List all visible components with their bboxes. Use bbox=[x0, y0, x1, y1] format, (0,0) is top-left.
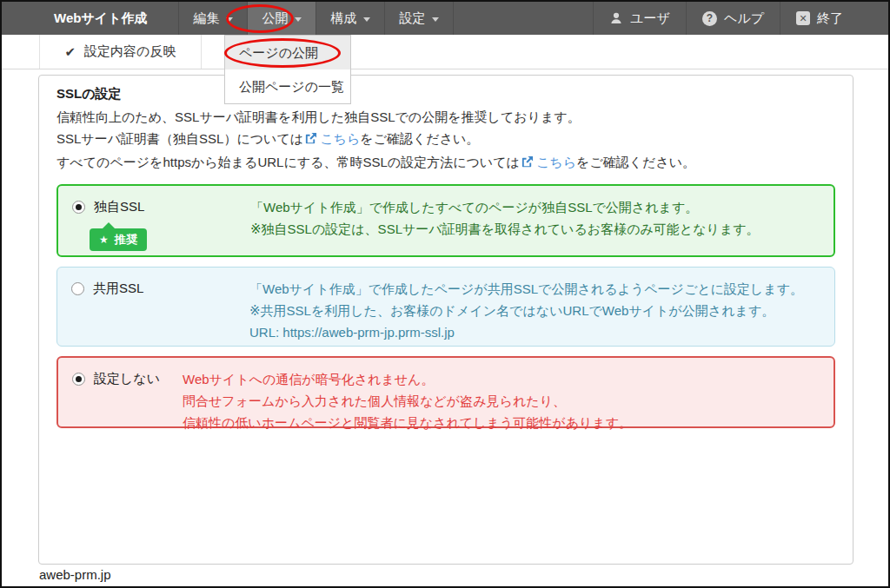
help-icon: ? bbox=[702, 11, 717, 26]
menu-publish-label: 公開 bbox=[262, 10, 288, 27]
no-ssl-description: Webサイトへの通信が暗号化されません。 問合せフォームから入力された個人情報な… bbox=[183, 368, 632, 416]
menu-structure[interactable]: 構成 bbox=[315, 2, 384, 35]
menu-settings[interactable]: 設定 bbox=[384, 2, 454, 35]
no-ssl-desc-line-2: 問合せフォームから入力された個人情報などが盗み見られたり、 bbox=[183, 390, 632, 412]
menu-edit[interactable]: 編集 bbox=[178, 2, 247, 35]
apply-settings-label: 設定内容の反映 bbox=[84, 43, 176, 60]
intro-line-3-post: をご確認ください。 bbox=[576, 155, 695, 169]
menu-help[interactable]: ? ヘルプ bbox=[686, 2, 780, 35]
menubar: Webサイト作成 編集 公開 構成 設定 ユーザ bbox=[2, 2, 888, 35]
user-icon bbox=[609, 11, 623, 25]
ssl-settings-panel: SSLの設定 信頼性向上のため、SSLサーバ証明書を利用した独自SSLでの公開を… bbox=[38, 75, 853, 565]
menu-settings-label: 設定 bbox=[399, 10, 425, 27]
external-link-icon bbox=[521, 153, 534, 175]
menubar-spacer bbox=[454, 2, 593, 35]
menu-edit-label: 編集 bbox=[193, 10, 219, 27]
apply-settings-button[interactable]: ✔ 設定内容の反映 bbox=[39, 35, 202, 69]
menu-item-published-pages-list[interactable]: 公開ページの一覧 bbox=[225, 69, 350, 103]
recommended-badge: ★ 推奨 bbox=[90, 228, 147, 251]
kochira-link-2[interactable]: こちら bbox=[536, 155, 576, 169]
menu-user-label: ユーザ bbox=[630, 10, 670, 27]
own-ssl-radio[interactable] bbox=[72, 201, 85, 214]
kochira-link-1[interactable]: こちら bbox=[320, 131, 360, 146]
no-ssl-desc-line-1: Webサイトへの通信が暗号化されません。 bbox=[183, 368, 632, 390]
option-no-ssl: 設定しない Webサイトへの通信が暗号化されません。 問合せフォームから入力され… bbox=[56, 356, 835, 428]
close-icon: ✕ bbox=[796, 11, 810, 25]
intro-line-3-pre: すべてのページをhttpsから始まるURLにする、常時SSLの設定方法については bbox=[56, 155, 520, 169]
own-ssl-desc-line-1: 「Webサイト作成」で作成したすべてのページが独自SSLで公開されます。 bbox=[250, 196, 760, 218]
shared-ssl-desc-line-1: 「Webサイト作成」で作成したページが共用SSLで公開されるようページごとに設定… bbox=[249, 278, 803, 300]
chevron-down-icon bbox=[363, 17, 370, 22]
check-icon: ✔ bbox=[65, 44, 76, 60]
option-shared-ssl: 共用SSL 「Webサイト作成」で作成したページが共用SSLで公開されるようペー… bbox=[56, 267, 835, 347]
option-own-ssl: 独自SSL ★ 推奨 「Webサイト作成」で作成したすべてのページが独自SSLで… bbox=[56, 184, 835, 257]
shared-ssl-description: 「Webサイト作成」で作成したページが共用SSLで公開されるようページごとに設定… bbox=[249, 278, 803, 335]
option-no-ssl-label-col: 設定しない bbox=[72, 368, 183, 416]
intro-line-3: すべてのページをhttpsから始まるURLにする、常時SSLの設定方法については… bbox=[56, 151, 835, 175]
intro-line-2-post: をご確認ください。 bbox=[360, 131, 479, 146]
menu-exit-label: 終了 bbox=[817, 10, 843, 27]
own-ssl-label: 独自SSL bbox=[94, 199, 144, 215]
app-window: Webサイト作成 編集 公開 構成 設定 ユーザ bbox=[0, 0, 890, 588]
chevron-down-icon bbox=[295, 17, 302, 22]
app-title: Webサイト作成 bbox=[2, 2, 178, 35]
recommended-badge-label: 推奨 bbox=[115, 232, 137, 248]
menu-help-label: ヘルプ bbox=[724, 10, 764, 27]
chevron-down-icon bbox=[432, 17, 439, 22]
no-ssl-label: 設定しない bbox=[94, 371, 160, 387]
no-ssl-radio[interactable] bbox=[72, 373, 85, 386]
publish-dropdown: ページの公開 公開ページの一覧 bbox=[224, 35, 351, 104]
panel-title: SSLの設定 bbox=[56, 86, 835, 102]
intro-line-1: 信頼性向上のため、SSLサーバ証明書を利用した独自SSLでの公開を推奨しておりま… bbox=[56, 106, 835, 128]
option-shared-ssl-label-col: 共用SSL bbox=[71, 278, 249, 335]
own-ssl-desc-line-2: ※独自SSLの設定は、SSLサーバ証明書を取得されているお客様のみ可能となります… bbox=[250, 218, 760, 240]
shared-ssl-radio[interactable] bbox=[71, 282, 84, 295]
shared-ssl-label: 共用SSL bbox=[93, 281, 143, 297]
menu-item-publish-page[interactable]: ページの公開 bbox=[225, 36, 350, 69]
chevron-down-icon bbox=[226, 17, 233, 22]
shared-ssl-desc-line-2: ※共用SSLを利用した、お客様のドメイン名ではないURLでWebサイトが公開され… bbox=[249, 300, 803, 321]
own-ssl-description: 「Webサイト作成」で作成したすべてのページが独自SSLで公開されます。 ※独自… bbox=[250, 196, 760, 245]
menu-structure-label: 構成 bbox=[330, 10, 356, 27]
no-ssl-desc-line-3: 信頼性の低いホームページと閲覧者に見なされてしまう可能性があります。 bbox=[183, 412, 632, 433]
footer-domain: aweb-prm.jp bbox=[39, 567, 111, 582]
menu-publish[interactable]: 公開 bbox=[247, 2, 315, 35]
intro-line-2: SSLサーバ証明書（独自SSL）についてはこちらをご確認ください。 bbox=[56, 128, 835, 151]
intro-text: 信頼性向上のため、SSLサーバ証明書を利用した独自SSLでの公開を推奨しておりま… bbox=[56, 106, 835, 175]
shared-ssl-url: URL: https://aweb-prm-jp.prm-ssl.jp bbox=[249, 321, 803, 343]
external-link-icon bbox=[304, 129, 317, 151]
menu-exit[interactable]: ✕ 終了 bbox=[780, 2, 888, 35]
option-own-ssl-label-col: 独自SSL ★ 推奨 bbox=[72, 196, 250, 245]
intro-line-2-pre: SSLサーバ証明書（独自SSL）については bbox=[56, 131, 303, 146]
sub-toolbar: ✔ 設定内容の反映 bbox=[2, 35, 888, 69]
star-icon: ★ bbox=[99, 234, 109, 246]
menu-user[interactable]: ユーザ bbox=[593, 2, 686, 35]
